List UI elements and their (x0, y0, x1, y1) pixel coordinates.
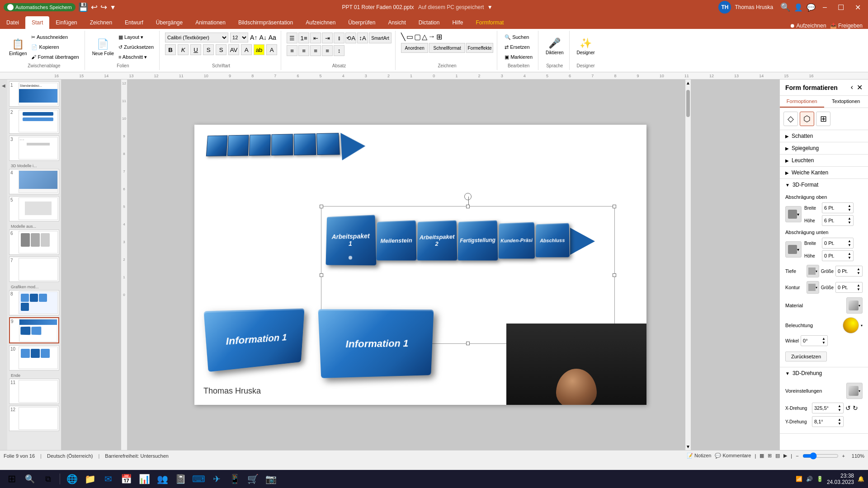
voreinstellungen-btn[interactable]: ▾ (846, 383, 863, 399)
taskbar-search-icon[interactable]: 🔍 (22, 471, 38, 487)
tiefe-input[interactable]: 0 Pt. ▲▼ (835, 266, 863, 277)
winkel-input[interactable]: 0° ▲▼ (801, 335, 828, 346)
neue-folie-button[interactable]: 📄 Neue Folie (90, 33, 116, 61)
text-direction-button[interactable]: ⟲A (345, 33, 356, 43)
notification-icon[interactable]: 🔔 (858, 476, 864, 482)
record-btn[interactable]: ⏺ Aufzeichnen (790, 23, 826, 29)
smartart-button[interactable]: SmartArt (369, 33, 392, 43)
clear-format-icon[interactable]: Aa (269, 34, 276, 41)
font-family-select[interactable]: Calibri (Textkörper) (165, 33, 228, 42)
y-drehung-input[interactable]: 8,1° ▲▼ (812, 416, 844, 427)
taskbar-windows-icon[interactable]: ⊞ (4, 471, 20, 487)
comments-icon[interactable]: 💬 (807, 3, 816, 12)
tab-entwurf[interactable]: Entwurf (118, 16, 150, 29)
maximize-button[interactable]: ☐ (834, 2, 848, 13)
anordnen-button[interactable]: Anordnen (401, 43, 428, 53)
battery-icon[interactable]: 🔋 (816, 476, 823, 482)
kontur-color-arrow[interactable]: ▾ (816, 286, 817, 290)
slide-thumb-7[interactable]: 7 (9, 257, 59, 282)
x-drehung-spinner[interactable]: ▲▼ (838, 404, 841, 412)
leuchten-header[interactable]: ▶ Leuchten (780, 155, 868, 166)
spiegelung-header[interactable]: ▶ Spiegelung (780, 142, 868, 154)
tab-zeichnen[interactable]: Zeichnen (84, 16, 118, 29)
taskbar-teams-icon[interactable]: 👥 (154, 471, 170, 487)
columns-button[interactable]: ⫾ (334, 33, 344, 43)
weiche-kanten-header[interactable]: ▶ Weiche Kanten (780, 167, 868, 178)
notes-btn[interactable]: 📝 Notizen (687, 453, 711, 459)
kontur-color-btn[interactable]: ▾ (807, 281, 819, 294)
font-color2-button[interactable]: A (266, 44, 277, 55)
arrow-icon[interactable]: → (428, 33, 435, 41)
char-spacing-button[interactable]: AV (228, 44, 239, 55)
rect-icon[interactable]: ▭ (406, 33, 413, 41)
dropdown-arrow-unten[interactable]: ▾ (797, 247, 799, 252)
shape-layout-icon-btn[interactable]: ⊞ (816, 112, 830, 126)
layout-button[interactable]: ▦ Layout ▾ (117, 33, 156, 42)
ersetzen-button[interactable]: ⇄ Ersetzen (503, 42, 534, 52)
abschnitt-button[interactable]: ≡ Abschnitt ▾ (117, 52, 156, 61)
slide-thumb-12[interactable]: 12 (9, 406, 59, 431)
numbering-button[interactable]: 1≡ (298, 33, 309, 43)
rotate-handle[interactable] (464, 193, 472, 200)
undo-icon[interactable]: ↩ (91, 2, 98, 12)
diktat-button[interactable]: 🎤 Diktieren (544, 33, 565, 60)
align-center-button[interactable]: ≡ (298, 45, 309, 56)
clock[interactable]: 23:38 24.03.2023 (827, 473, 854, 485)
kopieren-button[interactable]: 📄 Kopieren (29, 42, 80, 52)
ausschneiden-button[interactable]: ✂ Ausschneiden (29, 33, 80, 42)
font-size-select[interactable]: 12 (230, 33, 248, 42)
x-drehung-rotate-left-icon[interactable]: ↺ (845, 404, 851, 412)
strikethrough-button[interactable]: S (203, 44, 214, 55)
kontur-spinner[interactable]: ▲▼ (857, 283, 860, 291)
taskbar-explorer-icon[interactable]: 📁 (82, 471, 98, 487)
redo-icon[interactable]: ↪ (100, 2, 107, 12)
scroll-thumb[interactable] (686, 90, 690, 117)
slide-sorter-icon[interactable]: ⊞ (768, 453, 772, 459)
italic-button[interactable]: K (178, 44, 189, 55)
oben-hoehe-input[interactable]: 6 Pt. ▲▼ (822, 215, 854, 226)
tab-formoptionen[interactable]: Formoptionen (780, 96, 824, 108)
tiefe-spinner[interactable]: ▲▼ (857, 267, 860, 275)
slide-thumb-10[interactable]: 10 (9, 345, 59, 371)
autosave-toggle[interactable]: Automatisches Speichern (4, 3, 75, 11)
beleuchtung-arrow[interactable]: ▾ (861, 324, 863, 328)
panel-close-button[interactable]: ✕ (857, 83, 863, 92)
kontur-input[interactable]: 0 Pt. ▲▼ (835, 282, 863, 293)
unten-breite-input[interactable]: 0 Pt. ▲▼ (822, 238, 854, 249)
line-icon[interactable]: ╲ (401, 33, 406, 41)
zoom-out-btn[interactable]: − (796, 453, 798, 459)
taskbar-taskview-icon[interactable]: ⧉ (40, 471, 56, 487)
oben-breite-input[interactable]: 6 Pt. ▲▼ (822, 202, 854, 213)
3d-drehung-header[interactable]: ▼ 3D-Drehung (780, 367, 868, 379)
share-btn[interactable]: 📤 Freigeben (830, 23, 863, 29)
vertical-scrollbar[interactable]: ▲ ▼ (685, 80, 691, 450)
share-icon[interactable]: 👤 (794, 3, 803, 12)
formeffekte-button[interactable]: Formeffekte (466, 43, 493, 53)
unten-breite-spinner[interactable]: ▲▼ (848, 239, 851, 247)
lighting-circle[interactable] (843, 317, 859, 333)
slide-thumb-4[interactable]: 4 (9, 169, 59, 194)
search-icon[interactable]: 🔍 (780, 2, 790, 12)
voreinstellungen-arrow[interactable]: ▾ (859, 389, 860, 393)
volume-icon[interactable]: 🔊 (806, 476, 813, 482)
schatten-header[interactable]: ▶ Schatten (780, 130, 868, 142)
zoom-level[interactable]: 110% (849, 453, 864, 459)
minimize-button[interactable]: – (819, 2, 830, 12)
location-dropdown[interactable]: ▼ (487, 4, 493, 10)
zoom-slider[interactable] (802, 452, 839, 460)
kunden-praesi-shape[interactable]: Kunden-Präsi (498, 222, 535, 259)
bold-button[interactable]: B (165, 44, 176, 55)
slide-thumb-8[interactable]: 8 (9, 290, 59, 315)
shape-effects-icon-btn[interactable]: ⬡ (800, 112, 814, 126)
arbeitspaket-1-shape[interactable]: Arbeitspaket 1 (326, 215, 377, 265)
comments-btn[interactable]: 💬 Kommentare (715, 453, 751, 459)
save-icon[interactable]: 💾 (78, 2, 88, 12)
slide-thumb-6[interactable]: 6 (9, 230, 59, 255)
designer-button[interactable]: ✨ Designer (575, 33, 597, 60)
x-drehung-rotate-right-icon[interactable]: ↻ (853, 404, 858, 412)
handle-bm[interactable] (466, 342, 470, 345)
winkel-spinner[interactable]: ▲▼ (822, 337, 826, 345)
collapse-icon[interactable]: ◀ (1, 83, 6, 88)
shapes-more-icon[interactable]: ⊞ (436, 33, 442, 41)
taskbar-calendar-icon[interactable]: 📅 (118, 471, 134, 487)
